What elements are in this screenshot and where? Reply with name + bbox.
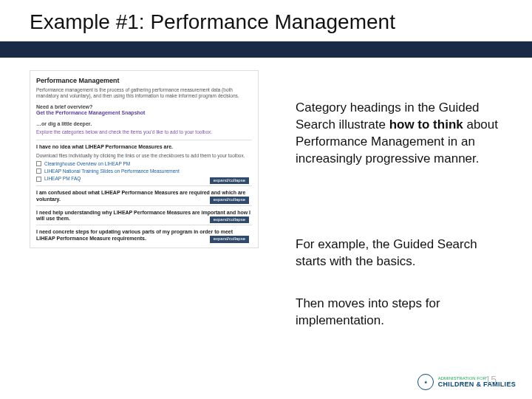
category-3: I need help understanding why LIHEAP Per… [36,205,252,225]
annotation-1: Category headings in the Guided Search i… [296,100,510,168]
footer-line1: CHILDREN [438,381,474,388]
expand-collapse-button[interactable]: expand/collapse [210,197,249,204]
expand-collapse-button[interactable]: expand/collapse [210,216,249,224]
category-1: I have no idea what LIHEAP Performance M… [36,140,252,185]
checkbox-row[interactable]: Clearinghouse Overview on LIHEAP PM [36,161,252,167]
category-2: I am confused about what LIHEAP Performa… [36,185,252,205]
overview-question: Need a brief overview? [36,104,252,111]
content-area: Performance Management Performance manag… [30,70,510,377]
annotation-1b: how to think [389,117,463,132]
expand-collapse-button[interactable]: expand/collapse [210,177,249,185]
title-band: Example #1: Performance Management [0,0,532,58]
screenshot-heading: Performance Management [36,77,252,85]
expand-collapse-button[interactable]: expand/collapse [210,236,249,243]
footer-text: ADMINISTRATION FOR CHILDREN & FAMILIES [438,376,516,388]
annotation-2: For example, the Guided Search starts wi… [296,236,510,270]
checkbox-icon[interactable] [36,177,41,182]
instructions: Explore the categories below and check t… [36,129,252,135]
snapshot-link[interactable]: Get the Performance Management Snapshot [36,110,252,117]
category-1-dl: Download files individually by clicking … [36,153,252,159]
footer-logo: ★ ADMINISTRATION FOR CHILDREN & FAMILIES [417,374,516,390]
checkbox-label: LIHEAP National Training Slides on Perfo… [44,168,180,174]
seal-icon: ★ [417,374,434,390]
screenshot-blurb: Performance management is the process of… [36,87,252,99]
slide-title: Example #1: Performance Management [30,10,532,34]
checkbox-label: Clearinghouse Overview on LIHEAP PM [44,161,130,167]
dig-deeper: …or dig a little deeper. [36,121,252,128]
category-4: I need concrete steps for updating vario… [36,225,252,245]
category-1-heading: I have no idea what LIHEAP Performance M… [36,144,252,151]
checkbox-icon[interactable] [36,161,41,166]
annotation-3: Then moves into steps for implementation… [296,296,510,330]
checkbox-label: LIHEAP PM FAQ [44,176,81,182]
footer-line2: & FAMILIES [476,381,516,388]
embedded-screenshot: Performance Management Performance manag… [30,70,259,248]
checkbox-row[interactable]: LIHEAP National Training Slides on Perfo… [36,168,252,174]
checkbox-icon[interactable] [36,168,41,174]
